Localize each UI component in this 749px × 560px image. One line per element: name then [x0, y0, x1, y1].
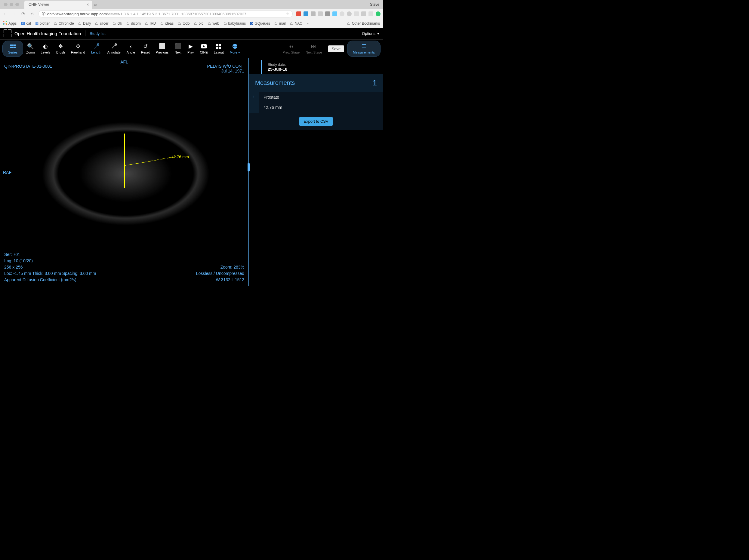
scan-image [12, 104, 239, 244]
zoom-button[interactable]: 🔍Zoom [23, 42, 38, 55]
previous-icon: ⬜ [159, 43, 166, 49]
back-button[interactable]: ← [2, 11, 8, 17]
url-input[interactable]: ⓘ ohifviewer-staging.herokuapp.com/viewe… [39, 10, 293, 18]
extension-icon[interactable] [303, 12, 308, 16]
divider [85, 30, 85, 36]
maximize-window-button[interactable] [15, 3, 19, 6]
save-button[interactable]: Save [328, 45, 344, 52]
patient-id-overlay: QIN-PROSTATE-01-0001 [4, 64, 52, 69]
bookmarks-bar: Apps 30cal ▦blotter 🗀Chronicle 🗀Daily 🗀s… [0, 19, 383, 28]
previous-button[interactable]: ⬜Previous [153, 42, 172, 55]
next-button[interactable]: ⬛Next [171, 42, 185, 55]
bookmark-folder[interactable]: 🗀todo [178, 21, 190, 26]
extension-icon[interactable] [361, 12, 366, 16]
minimize-window-button[interactable] [9, 3, 13, 6]
length-button[interactable]: Length [88, 42, 104, 55]
apps-button[interactable]: Apps [3, 21, 17, 26]
cine-button[interactable]: CINE [197, 42, 211, 55]
next-stage-button[interactable]: ⏭Next Stage [303, 42, 325, 55]
extension-icon[interactable] [340, 12, 344, 16]
orientation-left-overlay: RAF [3, 170, 12, 175]
dicom-viewport[interactable]: 42.76 mm QIN-PROSTATE-01-0001 AFL PELVIS… [0, 58, 249, 286]
app-title: Open Health Imaging Foundation [15, 31, 81, 36]
bookmark-folder[interactable]: 🗀slicer [95, 21, 108, 26]
bookmark-folder[interactable]: 🗀mail [274, 21, 286, 26]
extension-icon[interactable] [368, 12, 373, 16]
address-bar: ← → ⟳ ⌂ ⓘ ohifviewer-staging.herokuapp.c… [0, 9, 383, 19]
brush-button[interactable]: ✥Brush [53, 42, 68, 55]
measurement-name: Prostate [263, 95, 378, 100]
bookmark-folder[interactable]: 🗀ideas [160, 21, 174, 26]
svg-rect-17 [219, 44, 221, 46]
options-menu[interactable]: Options ▾ [362, 31, 379, 36]
measurement-line[interactable] [124, 133, 125, 188]
bookmark-folder[interactable]: 🗀old [194, 21, 204, 26]
panel-resize-handle[interactable] [248, 163, 250, 171]
angle-button[interactable]: ‹Angle [124, 42, 138, 55]
bookmark-folder[interactable]: 🗀Daily [78, 21, 91, 26]
close-tab-icon[interactable]: × [87, 2, 89, 7]
study-description-overlay: PELVIS W/O CONT Jul 14, 1971 [207, 64, 244, 73]
reset-icon: ↺ [143, 43, 148, 49]
browser-profile[interactable]: Steve [370, 2, 379, 7]
length-icon [93, 43, 99, 49]
more-button[interactable]: More ▾ [227, 42, 243, 56]
new-tab-button[interactable]: ▱ [94, 2, 97, 7]
extension-icon[interactable] [347, 12, 351, 16]
svg-rect-3 [10, 47, 12, 48]
angle-icon: ‹ [130, 43, 132, 49]
svg-rect-5 [14, 47, 16, 48]
measurement-number: 1 [249, 92, 259, 113]
site-info-icon[interactable]: ⓘ [42, 12, 45, 17]
extension-icon[interactable] [311, 12, 316, 16]
bookmark-folder[interactable]: 🗀Chronicle [54, 21, 74, 26]
series-button[interactable]: Series [2, 41, 23, 57]
layout-button[interactable]: Layout [211, 42, 227, 55]
bookmark-folder[interactable]: 🗀web [208, 21, 219, 26]
more-icon [232, 43, 238, 49]
app-header: Open Health Imaging Foundation Study lis… [0, 28, 383, 40]
folder-icon: 🗀 [78, 21, 82, 26]
reload-button[interactable]: ⟳ [20, 11, 26, 17]
extension-icon[interactable] [376, 12, 381, 16]
close-window-button[interactable] [4, 3, 7, 6]
bookmark-star-icon[interactable]: ☆ [286, 12, 290, 16]
prev-stage-button[interactable]: ⏮Prev. Stage [280, 42, 303, 55]
extension-icon[interactable] [325, 12, 330, 16]
zoom-icon: 🔍 [27, 43, 34, 49]
bookmark-folder[interactable]: 🗀NAC [290, 21, 302, 26]
browser-tab[interactable]: OHIF Viewer × [24, 1, 92, 9]
url-host: ohifviewer-staging.herokuapp.com [47, 12, 107, 16]
measurement-overlay-label: 42.76 mm [171, 155, 189, 159]
extension-icon[interactable] [296, 12, 301, 16]
extension-icon[interactable] [318, 12, 323, 16]
measurements-panel-button[interactable]: ☰Measurements [347, 41, 381, 57]
forward-button[interactable]: → [12, 11, 17, 17]
measurements-header: Measurements 1 [249, 74, 383, 92]
svg-rect-19 [219, 47, 221, 49]
bookmark-folder[interactable]: 🗀dicom [126, 21, 141, 26]
reset-button[interactable]: ↺Reset [138, 42, 153, 55]
play-button[interactable]: ▶Play [185, 42, 197, 55]
export-csv-button[interactable]: Export to CSV [299, 117, 333, 126]
extension-icon[interactable] [333, 12, 337, 16]
freehand-button[interactable]: ✥Freehand [68, 42, 88, 55]
bookmark-folder[interactable]: 🗀ctk [112, 21, 122, 26]
home-button[interactable]: ⌂ [29, 11, 35, 17]
levels-button[interactable]: ◐Levels [38, 42, 53, 55]
bookmark-folder[interactable]: 🗀IRD [145, 21, 156, 26]
measurements-sidebar: Study date: 25-Jun-18 Measurements 1 1 P… [249, 58, 383, 286]
layout-icon [216, 43, 221, 49]
annotate-button[interactable]: Annotate [104, 42, 124, 55]
extension-icon[interactable] [354, 12, 359, 16]
bookmark-cal[interactable]: 30cal [21, 21, 31, 26]
main-content: 42.76 mm QIN-PROSTATE-01-0001 AFL PELVIS… [0, 58, 383, 286]
bookmark-gqueues[interactable]: QGQueues [250, 21, 270, 26]
measurement-item[interactable]: 1 Prostate 42.76 mm [249, 92, 383, 113]
other-bookmarks[interactable]: 🗀Other Bookmarks [347, 21, 380, 26]
zoom-info-overlay: Zoom: 283% Lossless / Uncompressed W 313… [196, 264, 244, 283]
bookmark-folder[interactable]: 🗀babybrains [223, 21, 246, 26]
bookmark-blotter[interactable]: ▦blotter [35, 21, 50, 26]
bookmarks-overflow[interactable]: » [306, 21, 308, 26]
study-list-link[interactable]: Study list [90, 31, 106, 36]
